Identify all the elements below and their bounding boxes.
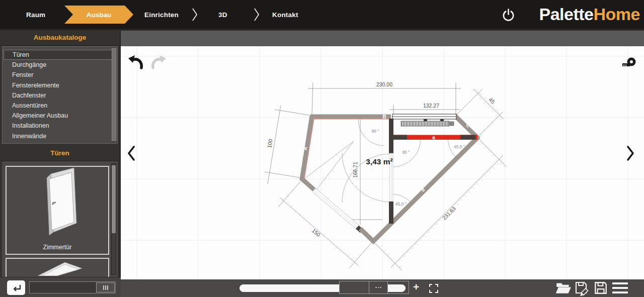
nav-kontakt[interactable]: Kontakt <box>272 11 298 19</box>
save-button[interactable] <box>593 280 608 297</box>
power-icon[interactable] <box>502 8 515 22</box>
canvas-toolbar <box>121 31 644 46</box>
catalog-item-fenster[interactable]: Fenster <box>4 70 112 80</box>
cards-scrollbar-thumb[interactable] <box>112 165 116 233</box>
svg-text:90 °: 90 ° <box>402 150 410 155</box>
chevron-left-icon <box>127 145 136 162</box>
catalog-list-scrollbar[interactable] <box>112 48 116 141</box>
app-logo: PaletteHome <box>539 5 640 24</box>
undo-button[interactable] <box>128 54 145 73</box>
catalog-item-innenwaende[interactable]: Innenwände <box>4 131 112 141</box>
palette-home-app: Raum Ausbau Einrichten 3D Kontakt Palett… <box>0 0 644 297</box>
return-arrow-icon <box>10 283 22 293</box>
svg-text:231,63: 231,63 <box>441 205 457 221</box>
svg-text:45: 45 <box>488 96 496 105</box>
cards-scrollbar-track[interactable] <box>111 163 116 275</box>
zoom-in-button[interactable]: + <box>413 281 419 293</box>
nav-separator-icon <box>191 7 198 24</box>
nav-raum[interactable]: Raum <box>26 11 45 19</box>
nav-3d[interactable]: 3D <box>218 11 227 19</box>
catalog-item-fensterelemente[interactable]: Fensterelemente <box>4 80 112 90</box>
next-door-thumbnail <box>7 259 108 276</box>
catalog-slider-handle[interactable] <box>96 282 115 292</box>
svg-text:230.00: 230.00 <box>376 81 392 87</box>
catalog-item-durchgaenge[interactable]: Durchgänge <box>4 60 112 70</box>
svg-text:45,0 °: 45,0 ° <box>454 144 465 149</box>
door-card-next-partial[interactable] <box>6 258 109 277</box>
svg-text:90 °: 90 ° <box>371 129 379 134</box>
chevron-right-icon <box>626 145 635 162</box>
undo-icon <box>128 54 145 71</box>
save-as-button[interactable] <box>574 280 591 297</box>
nav-ausbau-label: Ausbau <box>87 11 112 19</box>
section-panel-header: Türen <box>0 145 120 161</box>
save-icon <box>593 280 608 295</box>
room-area-label: 3,43 m² <box>366 157 392 166</box>
catalog-panel-header: Ausbaukataloge <box>0 29 120 46</box>
back-button[interactable] <box>7 280 25 295</box>
sidebar-catalog: Ausbaukataloge Türen Durchgänge Fenster … <box>0 29 121 277</box>
sidebar-bottom-bar <box>0 277 121 297</box>
catalog-item-tueren[interactable]: Türen <box>4 50 112 60</box>
radiator-symbol <box>401 121 449 126</box>
catalog-scroll-slider[interactable] <box>29 281 116 293</box>
catalog-item-installationen[interactable]: Installationen <box>4 121 112 131</box>
pan-left-button[interactable] <box>127 145 136 164</box>
zoom-slider-handle[interactable] <box>339 281 409 294</box>
zimmertuer-thumbnail <box>7 167 108 241</box>
svg-text:45,0 °: 45,0 ° <box>395 202 407 207</box>
folder-open-icon <box>555 280 572 295</box>
nav-einrichten[interactable]: Einrichten <box>144 11 179 19</box>
catalog-item-allgemeiner-ausbau[interactable]: Allgemeiner Ausbau <box>4 111 112 121</box>
svg-text:B: B <box>382 114 386 120</box>
nav-separator-icon <box>253 7 260 24</box>
fullscreen-icon <box>429 283 439 293</box>
walls[interactable] <box>301 114 478 243</box>
logo-home: Home <box>594 5 640 24</box>
logo-palette: Palette <box>539 5 594 24</box>
floorplan[interactable]: B A C a d 230.00 132.27 45 100 166.71 15… <box>121 46 644 279</box>
topbar-divider <box>0 29 644 31</box>
catalog-item-dachfenster[interactable]: Dachfenster <box>4 90 112 101</box>
redo-icon <box>149 54 167 71</box>
bottom-toolbar: + <box>121 279 644 297</box>
door-cards-panel: Zimmertür <box>2 161 118 277</box>
pan-right-button[interactable] <box>626 145 635 164</box>
svg-text:132.27: 132.27 <box>423 103 439 109</box>
fullscreen-button[interactable] <box>429 283 439 295</box>
catalog-item-aussentueren[interactable]: Aussentüren <box>4 101 112 111</box>
tape-measure-icon <box>622 56 637 68</box>
hamburger-menu-icon <box>612 281 628 294</box>
svg-text:100: 100 <box>266 139 274 148</box>
catalog-list: Türen Durchgänge Fenster Fensterelemente… <box>2 46 118 144</box>
nav-ausbau-active[interactable]: Ausbau <box>64 6 133 24</box>
measure-tool-button[interactable] <box>622 56 637 70</box>
menu-button[interactable] <box>612 281 628 296</box>
svg-text:166.71: 166.71 <box>352 162 358 178</box>
svg-text:a: a <box>432 135 435 140</box>
top-navigation-bar: Raum Ausbau Einrichten 3D Kontakt Palett… <box>0 0 644 29</box>
door-card-label: Zimmertür <box>7 244 108 251</box>
svg-text:150: 150 <box>311 228 321 238</box>
open-project-button[interactable] <box>555 280 572 297</box>
save-as-icon <box>574 280 591 296</box>
redo-button[interactable] <box>149 54 167 73</box>
door-card-zimmertuer[interactable]: Zimmertür <box>6 166 109 255</box>
